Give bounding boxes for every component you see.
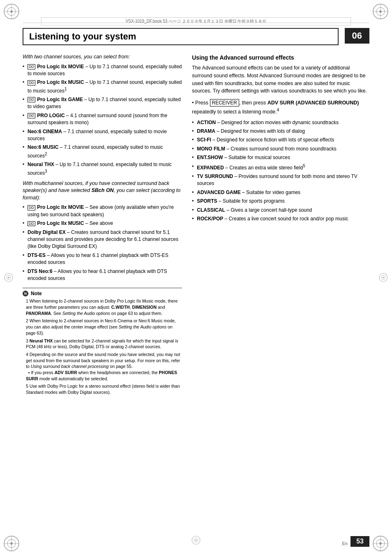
dolby-icon: DD	[28, 97, 35, 102]
list-item: TV SURROUND – Provides surround sound fo…	[192, 173, 369, 187]
main-content: With two channel sources, you can select…	[23, 53, 369, 522]
dolby-icon: DD	[28, 64, 35, 69]
list-item: EXPANDED – Creates an extra wide stereo …	[192, 163, 369, 171]
page-title-container: Listening to your system	[23, 28, 339, 45]
intro-multichannel: With multichannel sources, if you have c…	[23, 180, 182, 202]
dolby-icon: DD	[28, 80, 35, 86]
advanced-intro: The Advanced surround effects can be use…	[192, 64, 369, 95]
two-channel-list: DD Pro Logic IIx MOVIE – Up to 7.1 chann…	[23, 63, 182, 177]
list-item: CLASSICAL – Gives a large concert hall-t…	[192, 207, 369, 214]
dolby-icon: DD	[28, 221, 35, 227]
list-item: DTS-ES – Allows you to hear 6.1 channel …	[23, 252, 182, 266]
bottom-center-decoration	[191, 536, 201, 546]
header-divider	[23, 23, 369, 23]
dolby-icon: DD	[28, 113, 35, 118]
svg-point-22	[8, 277, 9, 278]
list-item: MONO FILM – Creates surround sound from …	[192, 146, 369, 153]
page-locale: En	[342, 541, 348, 546]
list-item: SPORTS – Suitable for sports programs	[192, 198, 369, 205]
two-column-layout: With two channel sources, you can select…	[23, 53, 369, 397]
note-item-4: 4 Depending on the source and the sound …	[23, 352, 182, 382]
list-item: Neo:6 MUSIC – 7.1 channel sound, especia…	[23, 144, 182, 160]
left-column: With two channel sources, you can select…	[23, 53, 182, 397]
note-item-2: 2 When listening to 2-channel sources in…	[23, 318, 182, 336]
corner-decoration-br	[372, 535, 389, 552]
list-item: DTS Neo:6 – Allows you to hear 6.1 chann…	[23, 268, 182, 282]
svg-point-25	[383, 277, 384, 278]
note-item-3: 3 Neural THX can be selected for 2-chann…	[23, 338, 182, 350]
file-info: VSX-1019_DF.book 53 ページ ２００９年３月１３日 金曜日 午…	[41, 17, 351, 25]
side-decoration-right	[379, 273, 388, 282]
page-title: Listening to your system	[29, 31, 136, 42]
note-item-1: 1 When listening to 2-channel sources in…	[23, 298, 182, 316]
page-number-badge: 53	[350, 536, 369, 547]
list-item: DD Pro Logic IIx MUSIC – See above	[23, 220, 182, 227]
list-item: ACTION – Designed for action movies with…	[192, 119, 369, 126]
intro-two-channel: With two channel sources, you can select…	[23, 53, 182, 61]
list-item: DD Pro Logic IIx GAME – Up to 7.1 channe…	[23, 96, 182, 111]
svg-point-28	[195, 539, 197, 541]
multi-channel-list: DD Pro Logic IIx MOVIE – See above (only…	[23, 204, 182, 282]
advanced-surround-heading: Using the Advanced surround effects	[192, 54, 369, 61]
receiver-button-label: RECEIVER	[210, 99, 239, 106]
note-label: Note	[31, 291, 42, 296]
list-item: DD Pro Logic IIx MOVIE – See above (only…	[23, 204, 182, 218]
chapter-badge: 06	[345, 28, 369, 44]
notes-section: N Note 1 When listening to 2-channel sou…	[23, 288, 182, 395]
list-item: DD Pro Logic IIx MUSIC – Up to 7.1 chann…	[23, 79, 182, 95]
list-item: DRAMA – Designed for movies with lots of…	[192, 128, 369, 135]
side-decoration-left	[4, 273, 13, 282]
list-item: DD Pro Logic IIx MOVIE – Up to 7.1 chann…	[23, 63, 182, 78]
right-column: Using the Advanced surround effects The …	[192, 53, 369, 397]
corner-decoration-tr	[372, 3, 389, 20]
advanced-effects-list: ACTION – Designed for action movies with…	[192, 119, 369, 223]
list-item: SCI-FI – Designed for science fiction wi…	[192, 136, 369, 143]
list-item: Neo:6 CINEMA – 7.1 channel sound, especi…	[23, 128, 182, 143]
note-item-5: 5 Use with Dolby Pro Logic for a stereo …	[23, 383, 182, 395]
list-item: ENT.SHOW – Suitable for musical sources	[192, 154, 369, 161]
list-item: DD PRO LOGIC – 4.1 channel surround soun…	[23, 112, 182, 127]
note-icon: N	[23, 291, 28, 296]
list-item: Neural THX – Up to 7.1 channel sound, es…	[23, 161, 182, 177]
list-item: ADVANCED GAME – Suitable for video games	[192, 189, 369, 196]
list-item: Dolby Digital EX – Creates surround back…	[23, 229, 182, 250]
press-instruction: • Press RECEIVER, then press ADV SURR (A…	[192, 99, 369, 116]
dolby-icon: DD	[28, 205, 35, 210]
list-item: ROCK/POP – Creates a live concert sound …	[192, 215, 369, 222]
note-header: N Note	[23, 291, 182, 296]
corner-decoration-tl	[3, 3, 20, 20]
corner-decoration-bl	[3, 535, 20, 552]
